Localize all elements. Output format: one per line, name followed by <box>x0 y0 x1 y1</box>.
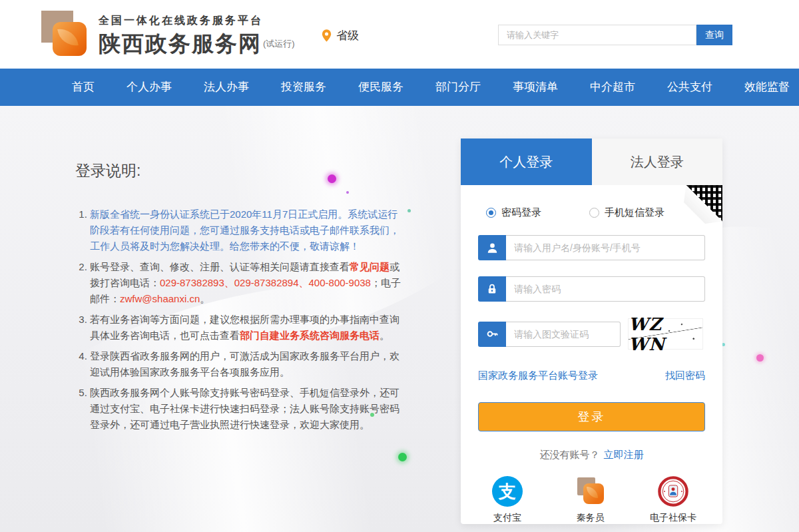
quick-login-row: 支 支付宝 秦务员 <box>478 476 705 524</box>
radio-selected-icon <box>486 208 496 218</box>
login-form: 密码登录 手机短信登录 <box>461 206 722 524</box>
login-instructions-title: 登录说明: <box>75 160 403 181</box>
instruction-item: 账号登录、查询、修改、注册、认证等相关问题请直接查看常见问题或拨打咨询电话：02… <box>90 259 403 307</box>
decor-dot <box>407 209 411 212</box>
main-content: 登录说明: 新版全省统一身份认证系统已于2020年11月7日正式启用。系统试运行… <box>0 106 799 532</box>
nav-item-investment[interactable]: 投资服务 <box>265 69 342 106</box>
qinwuyuan-icon <box>575 476 606 507</box>
tab-legal-login[interactable]: 法人登录 <box>592 138 723 185</box>
login-button[interactable]: 登录 <box>478 402 705 431</box>
qr-code-corner-icon[interactable] <box>684 185 722 224</box>
radio-unselected-icon <box>589 208 599 218</box>
nav-item-personal-services[interactable]: 个人办事 <box>111 69 188 106</box>
decor-dot <box>756 354 764 362</box>
instruction-text: 新版全省统一身份认证系统已于2020年11月7日正式启用。系统试运行阶段若有任何… <box>90 208 400 252</box>
instruction-item: 新版全省统一身份认证系统已于2020年11月7日正式启用。系统试运行阶段若有任何… <box>90 206 403 254</box>
page: 全国一体化在线政务服务平台 陕西政务服务网 (试运行) 省级 查询 首页 个人办… <box>0 0 799 532</box>
header-search: 查询 <box>498 25 732 45</box>
region-selector[interactable]: 省级 <box>321 28 359 43</box>
nav-item-convenience[interactable]: 便民服务 <box>342 69 419 106</box>
main-nav: 首页 个人办事 法人办事 投资服务 便民服务 部门分厅 事项清单 中介超市 公共… <box>0 69 799 106</box>
radio-label: 密码登录 <box>501 206 541 219</box>
header: 全国一体化在线政务服务平台 陕西政务服务网 (试运行) 省级 查询 <box>0 0 799 69</box>
instruction-text: 。 <box>380 330 390 341</box>
trial-run-label: (试运行) <box>263 38 295 50</box>
department-hotline-link[interactable]: 部门自建业务系统咨询服务电话 <box>240 330 380 341</box>
instruction-item: 陕西政务服务网个人账号除支持账号密码登录、手机短信登录外，还可通过支付宝、电子社… <box>90 385 403 433</box>
qinwuyuan-leaf-square <box>583 483 604 504</box>
register-row: 还没有账号？立即注册 <box>478 449 705 461</box>
quick-login-label: 秦务员 <box>577 512 605 524</box>
alipay-glyph: 支 <box>499 480 516 503</box>
hotline-numbers: 029-87382893、029-87382894、400-800-9038 <box>160 277 371 288</box>
national-platform-login-link[interactable]: 国家政务服务平台账号登录 <box>478 370 598 382</box>
search-input[interactable] <box>498 25 696 45</box>
quick-login-label: 支付宝 <box>493 512 521 524</box>
instruction-text: 陕西政务服务网个人账号除支持账号密码登录、手机短信登录外，还可通过支付宝、电子社… <box>90 387 400 430</box>
password-input[interactable] <box>506 276 705 302</box>
username-row <box>478 235 705 260</box>
user-icon <box>478 235 506 260</box>
key-icon <box>478 322 506 347</box>
instruction-text: 登录陕西省政务服务网的用户，可激活成为国家政务服务平台用户，欢迎试用体验国家政务… <box>90 350 400 378</box>
platform-line: 全国一体化在线政务服务平台 <box>99 14 263 28</box>
faq-link[interactable]: 常见问题 <box>350 261 390 272</box>
tab-personal-login[interactable]: 个人登录 <box>461 138 592 185</box>
login-mode-radios: 密码登录 手机短信登录 <box>478 206 705 219</box>
social-security-card-icon <box>658 476 688 507</box>
nav-item-departments[interactable]: 部门分厅 <box>419 69 497 106</box>
helper-links: 国家政务服务平台账号登录 找回密码 <box>478 370 705 382</box>
login-instructions-list: 新版全省统一身份认证系统已于2020年11月7日正式启用。系统试运行阶段若有任何… <box>75 206 403 433</box>
logo-leaf-icon <box>53 22 87 56</box>
login-tabs: 个人登录 法人登录 <box>461 138 722 185</box>
captcha-image[interactable]: WZ WN <box>628 318 703 350</box>
lock-icon <box>478 276 506 302</box>
location-pin-icon <box>321 29 332 43</box>
decor-dot <box>398 453 407 461</box>
radio-sms-login[interactable]: 手机短信登录 <box>589 206 665 219</box>
captcha-group <box>478 322 621 347</box>
nav-item-legal-services[interactable]: 法人办事 <box>188 69 265 106</box>
site-name: 陕西政务服务网 <box>99 29 263 59</box>
quick-login-alipay[interactable]: 支 支付宝 <box>482 476 533 524</box>
site-logo-text: 全国一体化在线政务服务平台 陕西政务服务网 <box>99 14 263 59</box>
instruction-item: 登录陕西省政务服务网的用户，可激活成为国家政务服务平台用户，欢迎试用体验国家政务… <box>90 348 403 380</box>
quick-login-social-card[interactable]: 电子社保卡 <box>648 476 698 524</box>
alipay-icon: 支 <box>492 476 523 507</box>
register-prompt: 还没有账号？ <box>540 449 600 460</box>
password-row <box>478 276 705 302</box>
quick-login-label: 电子社保卡 <box>650 512 696 524</box>
username-input[interactable] <box>506 235 705 260</box>
login-instructions: 登录说明: 新版全省统一身份认证系统已于2020年11月7日正式启用。系统试运行… <box>75 160 403 437</box>
captcha-text: WZ WN <box>629 314 702 354</box>
register-link[interactable]: 立即注册 <box>604 449 644 460</box>
forgot-password-link[interactable]: 找回密码 <box>665 370 705 382</box>
region-label: 省级 <box>336 28 359 43</box>
nav-item-intermediary[interactable]: 中介超市 <box>574 69 651 106</box>
support-email[interactable]: zwfw@shaanxi.cn <box>120 293 200 304</box>
instruction-item: 若有业务咨询等方面问题，建议您根据所需办理事项的办事指南中查询具体业务咨询电话，… <box>90 312 403 344</box>
instruction-text: 。 <box>200 293 210 304</box>
search-button[interactable]: 查询 <box>696 25 732 45</box>
site-logo-icon <box>41 11 88 57</box>
nav-item-efficiency[interactable]: 效能监督 <box>728 69 799 106</box>
nav-item-matter-list[interactable]: 事项清单 <box>497 69 574 106</box>
quick-login-qinwuyuan[interactable]: 秦务员 <box>565 476 616 524</box>
radio-label: 手机短信登录 <box>605 206 665 219</box>
nav-item-home[interactable]: 首页 <box>56 69 111 106</box>
captcha-row: WZ WN <box>478 318 705 350</box>
login-card: 个人登录 法人登录 密码登录 手机短信登录 <box>461 138 722 524</box>
instruction-text: 账号登录、查询、修改、注册、认证等相关问题请直接查看 <box>90 261 350 272</box>
nav-item-public-payment[interactable]: 公共支付 <box>651 69 728 106</box>
captcha-input[interactable] <box>506 322 621 347</box>
radio-password-login[interactable]: 密码登录 <box>486 206 541 219</box>
